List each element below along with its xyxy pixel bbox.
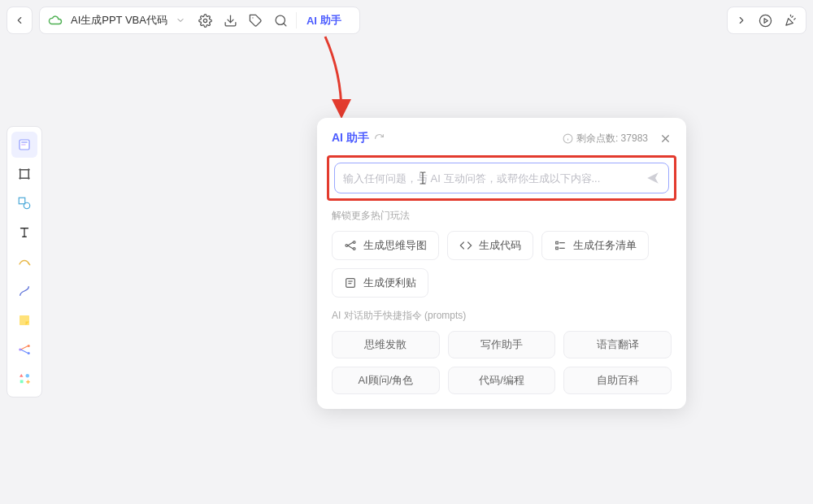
search-icon [274,14,288,28]
svg-point-37 [353,248,355,250]
svg-rect-20 [20,315,29,325]
svg-point-26 [26,374,30,378]
tool-mindmap[interactable] [11,337,37,363]
chip-mindmap[interactable]: 生成思维导图 [332,231,439,260]
text-icon [17,225,32,240]
tool-note[interactable] [11,132,37,158]
chip-sticky[interactable]: 生成便利贴 [332,268,428,298]
play-circle-icon [759,14,772,28]
prompt-wiki[interactable]: 自助百科 [563,367,672,394]
prompt-translate[interactable]: 语言翻译 [563,331,672,358]
svg-line-38 [348,242,354,245]
svg-line-4 [284,23,286,25]
note-icon [17,137,32,152]
code-chip-icon [459,239,472,252]
svg-point-35 [346,245,348,247]
ai-assistant-panel: AI助手 剩余点数: 37983 解锁更多热门玩法 生成思维导图 生成代码 生成… [317,118,686,409]
svg-line-39 [348,245,354,249]
points-remaining: 剩余点数: 37983 [563,132,648,146]
tool-text[interactable] [11,219,37,245]
svg-point-5 [759,15,771,26]
tasklist-chip-icon [554,239,567,252]
gear-icon [198,14,212,28]
tag-icon [249,14,263,28]
svg-rect-27 [20,380,24,384]
svg-point-24 [28,345,30,347]
chevron-right-icon [736,15,747,26]
close-button[interactable] [659,133,672,145]
svg-point-16 [24,202,30,209]
ai-assistant-tab[interactable]: AI助手 [296,12,351,28]
download-button[interactable] [224,14,237,28]
svg-line-21 [21,346,28,350]
document-title: AI生成PPT VBA代码 [71,13,167,28]
topright-actions [727,7,806,34]
ai-prompt-input[interactable] [343,172,646,185]
prompt-diverge[interactable]: 思维发散 [332,331,440,358]
svg-point-0 [203,19,207,22]
prompt-code[interactable]: 代码/编程 [448,367,556,394]
refresh-icon [374,133,385,144]
connector-icon [17,284,32,298]
prompt-advisor[interactable]: AI顾问/角色 [332,367,440,394]
svg-point-36 [353,241,355,244]
prompt-grid: 思维发散 写作助手 语言翻译 AI顾问/角色 代码/编程 自助百科 [332,331,672,394]
topbar: AI生成PPT VBA代码 AI助手 [7,7,360,34]
play-button[interactable] [759,14,772,28]
tool-more[interactable] [11,366,37,392]
back-button[interactable] [7,7,33,34]
svg-point-23 [19,349,21,351]
title-dropdown[interactable] [176,15,185,25]
search-button[interactable] [274,14,288,28]
mindmap-icon [17,342,32,357]
celebrate-button[interactable] [784,14,798,28]
annotation-arrow [317,33,382,130]
pen-icon [17,254,32,269]
svg-point-25 [28,352,30,354]
prompt-writing[interactable]: 写作助手 [448,331,556,358]
svg-rect-15 [19,198,25,204]
hot-chips: 生成思维导图 生成代码 生成任务清单 生成便利贴 [332,231,672,298]
send-button[interactable] [646,171,660,185]
svg-rect-40 [556,241,559,244]
panel-header: AI助手 剩余点数: 37983 [332,131,672,146]
svg-marker-6 [764,18,767,23]
send-icon [646,171,660,185]
tool-sticky[interactable] [11,307,37,333]
section-prompts-label: AI 对话助手快捷指令 (prompts) [332,309,672,323]
svg-rect-44 [346,279,355,288]
chevron-left-icon [14,15,25,26]
chevron-down-icon [176,15,185,25]
info-icon [563,133,573,144]
sticky-icon [17,313,32,328]
document-title-bar: AI生成PPT VBA代码 AI助手 [39,7,360,34]
expand-button[interactable] [736,15,747,26]
tag-button[interactable] [249,14,263,28]
mindmap-chip-icon [344,239,357,252]
close-icon [659,133,672,145]
cloud-sync-icon [48,13,63,28]
tool-pen[interactable] [11,249,37,275]
settings-button[interactable] [198,14,212,28]
chip-code[interactable]: 生成代码 [447,231,533,260]
svg-line-22 [21,350,28,354]
refresh-button[interactable] [374,133,385,144]
tool-shape[interactable] [11,190,37,216]
shape-icon [17,196,32,211]
title-actions [198,14,288,28]
svg-rect-42 [556,247,559,250]
input-highlight-annotation [327,155,676,201]
tool-rail [7,126,42,398]
frame-icon [17,167,32,181]
panel-title: AI助手 [332,131,369,146]
svg-rect-10 [20,170,29,179]
section-hot-label: 解锁更多热门玩法 [332,209,672,223]
download-icon [224,14,237,28]
tool-connector[interactable] [11,278,37,304]
tool-frame[interactable] [11,161,37,187]
chip-tasklist[interactable]: 生成任务清单 [541,231,649,260]
ai-input-container [334,163,669,193]
shapes-plus-icon [17,371,32,386]
sticky-chip-icon [344,276,357,289]
party-icon [784,14,798,28]
